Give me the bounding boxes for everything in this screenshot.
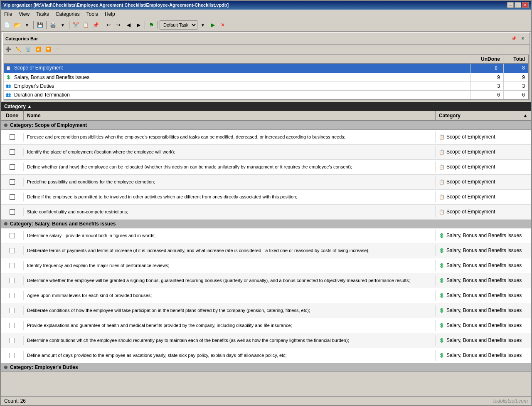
task-row-13[interactable]: Determine contributions which the employ… xyxy=(1,333,531,348)
task-row-6[interactable]: Determine salary - provide amount both i… xyxy=(1,228,531,243)
toolbar-dropdown2[interactable]: ▼ xyxy=(198,20,207,30)
td-category-10: 💲 Salary, Bonus and Benefits issues xyxy=(436,291,531,300)
task-row-9[interactable]: Determine whether the employee will be g… xyxy=(1,273,531,288)
toolbar-print2[interactable]: ▼ xyxy=(58,20,67,30)
checkbox-11[interactable] xyxy=(10,308,15,313)
checkbox-1[interactable] xyxy=(10,149,15,155)
cat-icon-task-12: 💲 xyxy=(439,323,445,328)
toolbar-open[interactable]: 📂 xyxy=(12,20,22,30)
checkbox-2[interactable] xyxy=(10,164,15,170)
td-done-6 xyxy=(1,231,24,240)
td-name-11: Deliberate conditions of how the employe… xyxy=(24,305,436,316)
close-button[interactable]: ✕ xyxy=(522,2,529,8)
task-row-5[interactable]: State confidentiality and non-compete re… xyxy=(1,205,531,220)
task-type-select[interactable]: Default Task xyxy=(160,20,197,30)
cat-edit[interactable]: ✏️ xyxy=(14,45,23,54)
cat-icon-task-0: 📋 xyxy=(439,134,445,140)
toolbar-copy[interactable]: 📋 xyxy=(81,20,90,30)
cat-row-3[interactable]: 👥 Duration and Termination 6 6 xyxy=(4,91,528,99)
task-row-8[interactable]: Identify frequency and explain the major… xyxy=(1,258,531,273)
toolbar-sep1 xyxy=(33,21,34,29)
cat-icon-1: 💲 xyxy=(4,73,12,82)
cat-undone-1: 9 xyxy=(470,73,503,82)
cat-label-task-14: Salary, Bonus and Benefits issues xyxy=(446,352,522,358)
cat-label-task-8: Salary, Bonus and Benefits issues xyxy=(446,262,522,268)
td-name-9: Determine whether the employee will be g… xyxy=(24,275,436,286)
checkbox-6[interactable] xyxy=(10,233,15,238)
toolbar-stop[interactable]: ✕ xyxy=(218,20,227,30)
cat-row-1[interactable]: 💲 Salary, Bonus and Benefits issues 9 9 xyxy=(4,73,528,82)
cat-up[interactable]: 🔼 xyxy=(34,45,43,54)
toolbar-undo[interactable]: ↩ xyxy=(104,20,113,30)
task-scroll-area[interactable]: Category: Scope of Employment Foresee an… xyxy=(1,121,531,396)
checkbox-14[interactable] xyxy=(10,353,15,358)
cat-add[interactable]: ➕ xyxy=(4,45,13,54)
cat-total-2: 3 xyxy=(503,82,528,90)
section-header-salary: Category: Salary, Bonus and Benefits iss… xyxy=(1,220,531,228)
checkbox-3[interactable] xyxy=(10,179,15,185)
menu-tasks[interactable]: Tasks xyxy=(34,10,51,18)
cat-row-2[interactable]: 👥 Employer's Duties 3 3 xyxy=(4,82,528,91)
toolbar-redo[interactable]: ↪ xyxy=(114,20,123,30)
task-row-2[interactable]: Define whether (and how) the employee ca… xyxy=(1,160,531,175)
toolbar-play[interactable]: ▶ xyxy=(208,20,217,30)
toolbar-save[interactable]: 💾 xyxy=(35,20,44,30)
cat-down[interactable]: 🔽 xyxy=(44,45,53,54)
task-row-1[interactable]: Identify the place of employment (locati… xyxy=(1,145,531,160)
checkbox-5[interactable] xyxy=(10,209,15,215)
task-row-11[interactable]: Deliberate conditions of how the employe… xyxy=(1,303,531,318)
task-row-7[interactable]: Deliberate terms of payments and terms o… xyxy=(1,243,531,258)
task-row-10[interactable]: Agree upon minimal levels for each kind … xyxy=(1,288,531,303)
toolbar-paste[interactable]: 📌 xyxy=(91,20,100,30)
main-task-area: Category ▲ Done Name Category ▲ Category… xyxy=(1,102,531,396)
checkbox-13[interactable] xyxy=(10,338,15,343)
th-category-label: Category xyxy=(439,113,461,119)
catbar-close[interactable]: ✕ xyxy=(519,35,527,43)
toolbar-dropdown[interactable]: ▼ xyxy=(22,20,32,30)
menu-view[interactable]: View xyxy=(17,10,31,18)
task-row-14[interactable]: Define amount of days provided to the em… xyxy=(1,348,531,363)
checkbox-10[interactable] xyxy=(10,293,15,298)
minimize-button[interactable]: ─ xyxy=(507,2,514,8)
maximize-button[interactable]: □ xyxy=(515,2,521,8)
td-done-1 xyxy=(1,148,24,156)
td-done-8 xyxy=(1,261,24,270)
td-done-12 xyxy=(1,321,24,330)
catbar-pin[interactable]: 📌 xyxy=(510,35,518,43)
task-row-3[interactable]: Predefine possibility and conditions for… xyxy=(1,175,531,190)
toolbar-flag[interactable]: ⚑ xyxy=(147,20,156,30)
checkbox-9[interactable] xyxy=(10,278,15,283)
window-controls: ─ □ ✕ xyxy=(507,2,529,8)
cat-row-0[interactable]: 📋 Scope of Employment 8 8 xyxy=(4,64,528,73)
menu-help[interactable]: Help xyxy=(103,10,117,18)
toolbar-new[interactable]: 📄 xyxy=(2,20,12,30)
menu-categories[interactable]: Categories xyxy=(54,10,81,18)
cat-more[interactable]: ⋯ xyxy=(54,45,62,54)
cat-icon-task-9: 💲 xyxy=(439,278,445,283)
app-title: Vip organizer [M:\Vlad\Checklists\Employ… xyxy=(3,2,229,7)
td-category-7: 💲 Salary, Bonus and Benefits issues xyxy=(436,246,531,255)
task-row-4[interactable]: Define if the employee is permitted to b… xyxy=(1,190,531,205)
cat-undone-2: 3 xyxy=(470,82,503,90)
checkbox-7[interactable] xyxy=(10,248,15,253)
checkbox-4[interactable] xyxy=(10,194,15,200)
task-row-12[interactable]: Provide explanations and guarantee of he… xyxy=(1,318,531,333)
td-done-10 xyxy=(1,291,24,300)
toolbar-cut[interactable]: ✂️ xyxy=(71,20,80,30)
task-row-0[interactable]: Foresee and precondition possibilities w… xyxy=(1,130,531,145)
checkbox-12[interactable] xyxy=(10,323,15,328)
category-sort-header[interactable]: Category ▲ xyxy=(1,102,531,111)
menu-tools[interactable]: Tools xyxy=(85,10,100,18)
checkbox-0[interactable] xyxy=(10,134,15,140)
menu-file[interactable]: File xyxy=(2,10,14,18)
td-done-5 xyxy=(1,208,24,216)
toolbar-print[interactable]: 🖨️ xyxy=(48,20,57,30)
toolbar-back[interactable]: ◀ xyxy=(124,20,133,30)
td-name-2: Define whether (and how) the employee ca… xyxy=(24,161,436,173)
cat-del[interactable]: 🗑️ xyxy=(24,45,33,54)
td-category-1: 📋 Scope of Employment xyxy=(436,147,531,156)
toolbar-fwd[interactable]: ▶ xyxy=(134,20,143,30)
td-category-9: 💲 Salary, Bonus and Benefits issues xyxy=(436,276,531,285)
checkbox-8[interactable] xyxy=(10,263,15,268)
categories-list: UnDone Total 📋 Scope of Employment 8 8 💲… xyxy=(4,54,529,100)
